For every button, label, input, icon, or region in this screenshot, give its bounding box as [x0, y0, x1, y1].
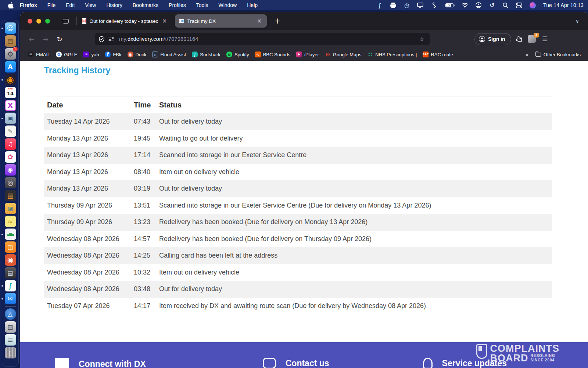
bookmark-item[interactable]: ⌂ Flood Assist [150, 50, 189, 59]
spotlight-search-icon[interactable] [502, 2, 509, 8]
url-text[interactable]: my.dxdelivery.com/t/7079891164 [119, 36, 418, 42]
vpn-surfshark-icon[interactable]: ∫ [376, 2, 383, 8]
bookmark-item[interactable]: G GGLE [53, 50, 80, 59]
cell-time: 19:45 [134, 135, 159, 142]
reload-button[interactable]: ↻ [53, 33, 66, 45]
bookmark-favicon: ✉ [28, 52, 34, 57]
dock-stickies[interactable]: ≈ [5, 216, 16, 227]
browser-tab[interactable]: DX Track my DX × [175, 14, 267, 28]
dock-photo-booth[interactable]: ◎ [5, 177, 16, 188]
apple-logo-icon[interactable] [7, 2, 15, 8]
address-bar[interactable]: my.dxdelivery.com/t/7079891164 ☆ [95, 33, 430, 45]
dock-finder[interactable]: ☺ [5, 22, 16, 34]
wifi-icon[interactable] [462, 2, 468, 8]
app-menu-button[interactable]: ☰ [539, 33, 551, 45]
menu-item[interactable]: Tools [196, 2, 208, 8]
dock-app-store[interactable]: A [5, 61, 16, 72]
forward-button[interactable]: → [39, 33, 52, 45]
dock-mail[interactable]: ✉ [5, 293, 16, 304]
zoom-window-button[interactable] [45, 19, 50, 24]
sidebar-toggle-button[interactable] [60, 15, 71, 26]
display-icon[interactable] [417, 2, 424, 8]
minimize-window-button[interactable] [36, 19, 41, 24]
dock-firefox[interactable]: ◉ [5, 74, 16, 85]
control-center-icon[interactable] [516, 2, 523, 8]
bookmark-item[interactable]: ∿ BBC Sounds [252, 50, 293, 59]
dock-preview[interactable]: ▨ [5, 203, 16, 214]
dock-charts[interactable]: ▃▆▄ [5, 229, 16, 240]
menu-item[interactable]: Bookmarks [133, 2, 158, 8]
dock-duckduckgo[interactable]: ◉ [5, 254, 16, 266]
footer-service-updates-link[interactable]: Service updates [423, 358, 507, 368]
permissions-icon[interactable] [108, 37, 115, 41]
dock-photos[interactable]: ✿ [5, 151, 16, 163]
dock-mountain-app[interactable]: △ [5, 308, 16, 320]
cell-date: Monday 13 Apr 2026 [47, 185, 134, 192]
extensions-puzzle-icon[interactable] [513, 33, 524, 45]
firefox-signin-button[interactable]: Sign in [474, 33, 511, 45]
dock-textedit[interactable]: ✎ [5, 125, 16, 137]
bookmark-favicon: ◉ [128, 52, 133, 57]
bookmark-item[interactable]: ∫ Surfshark [189, 50, 223, 59]
bookmark-item[interactable]: ▶ iPlayer [294, 50, 322, 59]
bookmark-item[interactable]: ⊙ Google Maps [322, 50, 364, 59]
dock-podcasts[interactable]: ◉ [5, 164, 16, 176]
close-tab-icon[interactable]: × [256, 18, 262, 24]
menu-item[interactable]: Window [218, 2, 237, 8]
dock-x-app[interactable]: X [5, 100, 16, 111]
browser-tab[interactable]: M Out for delivery today - sptasec × [78, 14, 172, 28]
time-machine-icon[interactable]: ↺ [489, 2, 495, 8]
tab-bar: M Out for delivery today - sptasec × DX … [20, 12, 588, 30]
dock-scanner[interactable]: ▤ [5, 267, 16, 279]
cell-date: Thursday 09 Apr 2026 [47, 202, 134, 209]
dock-documents[interactable]: ≡ [5, 334, 16, 346]
dock-printer[interactable]: ▤ [5, 321, 16, 333]
close-tab-icon[interactable]: × [161, 18, 168, 24]
dock-contacts[interactable]: ▤ [5, 35, 16, 47]
tracking-protection-shield-icon[interactable] [99, 36, 104, 42]
bookmark-item[interactable]: ≋ Spotify [224, 50, 252, 59]
printer-status-icon[interactable] [390, 2, 397, 8]
menu-item[interactable]: Edit [66, 2, 75, 8]
menu-item[interactable]: Help [247, 2, 258, 8]
other-bookmarks-button[interactable]: Other Bookmarks [533, 52, 583, 57]
bookmark-item[interactable]: f FBk [102, 50, 124, 59]
cell-time: 17:14 [134, 151, 159, 159]
close-window-button[interactable] [28, 19, 32, 24]
bookmark-item[interactable]: ∷ NHS Prescriptions | [365, 50, 419, 59]
dock-image-capture[interactable]: ▣ [5, 113, 16, 124]
menubar-clock[interactable]: Tue 14 Apr 10:13 [543, 2, 584, 8]
dock-system-settings[interactable]: ⚙ 1 [5, 48, 16, 60]
cell-time: 03:19 [134, 185, 159, 192]
dock-trash[interactable]: ▯ [5, 347, 16, 358]
user-account-icon[interactable] [475, 2, 482, 8]
new-tab-button[interactable]: + [272, 17, 283, 25]
dock-calendar[interactable]: APR 14 [5, 87, 16, 98]
footer-connect-link[interactable]: Connect with DX [55, 358, 146, 368]
cell-date: Tuesday 07 Apr 2026 [47, 302, 134, 310]
menu-item[interactable]: File [47, 2, 56, 8]
bookmarks-overflow-chevron[interactable]: » [521, 51, 533, 58]
bookmark-star-icon[interactable]: ☆ [418, 36, 426, 43]
clock-app-icon[interactable]: ◷ [404, 2, 410, 8]
macos-menubar: Firefox File Edit View History Bookmarks… [0, 0, 588, 10]
menu-item[interactable]: View [85, 2, 96, 8]
bookmark-item[interactable]: ✉ yah [80, 50, 101, 59]
menu-item[interactable]: Profiles [169, 2, 186, 8]
back-button[interactable]: ← [25, 33, 38, 45]
dock-music[interactable]: ♫ [5, 138, 16, 150]
dock-surfshark[interactable]: ∫ [5, 280, 16, 291]
bookmark-item[interactable]: ✉ FMAIL [25, 50, 53, 59]
bookmark-item[interactable]: ◉ Duck [125, 50, 149, 59]
dock-books[interactable]: ◫ [5, 241, 16, 253]
bookmark-item[interactable]: RAC RAC route [420, 50, 456, 59]
dock-calculator[interactable]: ▦ [5, 190, 16, 201]
menu-item[interactable]: History [106, 2, 122, 8]
extension-addon-icon[interactable]: 3 [526, 33, 538, 45]
siri-icon[interactable] [530, 2, 536, 8]
menu-item-firefox[interactable]: Firefox [20, 2, 37, 8]
battery-icon[interactable]: ⚡ [444, 2, 455, 8]
bluetooth-icon[interactable] [431, 2, 437, 8]
footer-contact-link[interactable]: Contact us [263, 358, 329, 368]
list-all-tabs-button[interactable]: ∨ [570, 18, 584, 24]
